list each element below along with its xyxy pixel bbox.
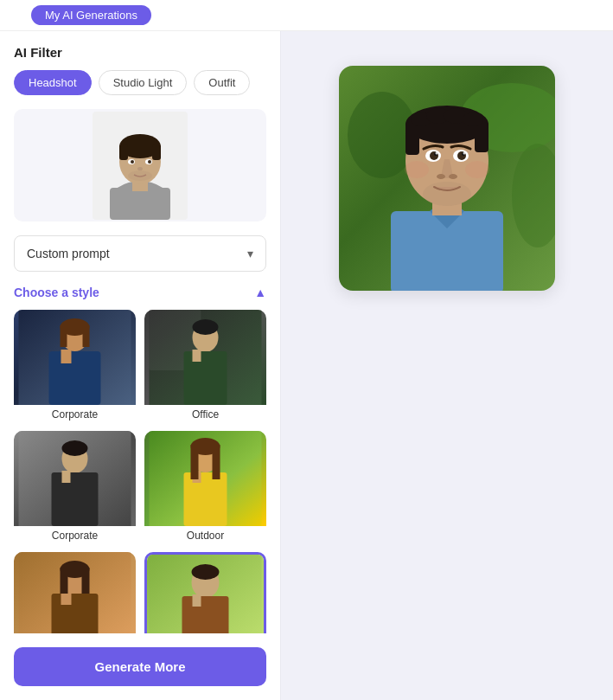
tab-outfit[interactable]: Outfit [194, 70, 250, 95]
filter-section: AI Filter Headshot Studio Light Outfit [0, 31, 280, 95]
filter-title: AI Filter [14, 45, 266, 60]
main-layout: AI Filter Headshot Studio Light Outfit [0, 31, 613, 700]
style-card-outdoor[interactable]: Outdoor [144, 431, 266, 543]
style-label-corporate2: Corporate [14, 526, 136, 543]
style-img-office [144, 310, 266, 405]
style-header: Choose a style ▲ [14, 286, 266, 299]
svg-rect-34 [184, 472, 227, 526]
svg-point-73 [463, 152, 466, 155]
tab-studio-light[interactable]: Studio Light [99, 70, 188, 95]
style-label-outdoor: Outdoor [144, 526, 266, 543]
svg-rect-20 [83, 325, 90, 347]
svg-rect-44 [61, 568, 68, 594]
svg-point-10 [131, 160, 134, 164]
svg-point-26 [193, 319, 219, 335]
tab-headshot[interactable]: Headshot [14, 70, 92, 95]
custom-prompt-label: Custom prompt [27, 247, 110, 260]
svg-rect-30 [62, 471, 71, 483]
style-card-corporate1[interactable]: Corporate [14, 310, 136, 422]
style-img-outdoor [144, 431, 266, 526]
svg-point-76 [423, 182, 471, 206]
svg-rect-7 [152, 144, 161, 160]
style-section-title: Choose a style [14, 286, 99, 299]
right-panel [281, 31, 613, 700]
style-label-corporate1: Corporate [14, 405, 136, 422]
style-img-corporate2 [14, 431, 136, 526]
style-card-corporate2[interactable]: Corporate [14, 431, 136, 543]
generate-more-button[interactable]: Generate More [14, 647, 266, 686]
svg-point-78 [465, 161, 489, 178]
chevron-up-icon[interactable]: ▲ [254, 286, 266, 299]
custom-prompt-row[interactable]: Custom prompt ▾ [14, 235, 266, 272]
svg-point-13 [128, 170, 152, 181]
svg-rect-45 [82, 568, 90, 594]
svg-rect-19 [61, 325, 67, 347]
svg-rect-61 [475, 122, 488, 152]
svg-point-12 [137, 167, 143, 170]
style-label-office: Office [144, 405, 266, 422]
person-preview-svg [93, 112, 188, 220]
svg-point-75 [449, 174, 457, 179]
svg-rect-29 [52, 472, 99, 526]
style-img-corporate1 [14, 310, 136, 405]
svg-rect-42 [61, 592, 72, 605]
style-grid: Corporate [14, 310, 266, 658]
svg-rect-37 [191, 445, 199, 479]
svg-rect-16 [49, 351, 101, 405]
svg-rect-2 [110, 188, 170, 220]
svg-rect-6 [119, 144, 128, 160]
chevron-down-icon: ▾ [247, 247, 253, 260]
style-card-office[interactable]: Office [144, 310, 266, 422]
svg-point-72 [436, 152, 438, 155]
svg-rect-17 [61, 350, 72, 363]
left-panel: AI Filter Headshot Studio Light Outfit [0, 31, 281, 700]
svg-point-77 [405, 161, 429, 178]
svg-rect-24 [184, 351, 227, 405]
svg-rect-60 [405, 122, 419, 155]
svg-point-31 [62, 440, 88, 456]
image-preview-box [14, 109, 266, 222]
svg-point-50 [192, 564, 220, 580]
result-person-svg [339, 66, 555, 291]
style-section: Choose a style ▲ [0, 286, 280, 658]
top-nav: My AI Generations [0, 0, 613, 31]
svg-rect-38 [213, 445, 220, 479]
result-image-container [339, 66, 555, 291]
generate-btn-wrap: Generate More [0, 633, 280, 700]
svg-rect-49 [193, 594, 201, 607]
svg-point-74 [437, 174, 445, 179]
my-ai-generations-tab[interactable]: My AI Generations [31, 5, 151, 25]
svg-rect-25 [193, 350, 201, 362]
filter-tabs: Headshot Studio Light Outfit [14, 70, 266, 95]
svg-point-11 [148, 160, 151, 164]
svg-point-65 [463, 112, 483, 126]
